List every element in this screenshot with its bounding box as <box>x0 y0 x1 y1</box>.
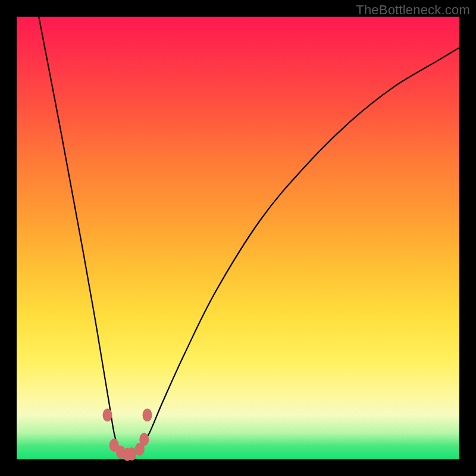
chart-plot-area <box>17 17 459 459</box>
curve-markers <box>103 409 152 461</box>
bottleneck-curve <box>39 17 459 455</box>
curve-marker <box>142 409 152 422</box>
watermark-label: TheBottleneck.com <box>356 2 470 18</box>
curve-marker <box>139 433 149 446</box>
curve-marker <box>103 409 112 422</box>
chart-svg <box>17 17 459 459</box>
